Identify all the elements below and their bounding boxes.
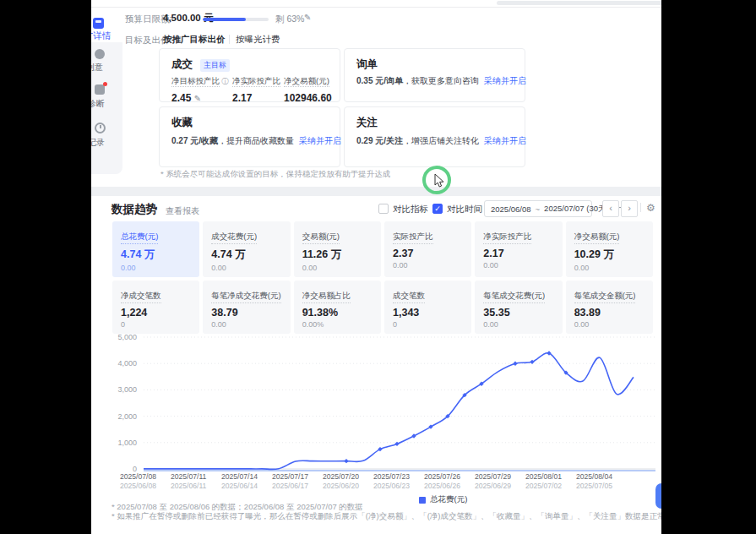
metric-label: 净实际投产比 xyxy=(483,232,531,244)
goal-stat: 净交易额(元) 102946.60 xyxy=(284,72,332,104)
metric-card[interactable]: 净交易额占比91.38%0.00% xyxy=(294,281,381,334)
metric-card[interactable]: 每笔成交金额(元)83.890.00 xyxy=(566,281,653,334)
goal-card-follow[interactable]: 关注 0.29 元/关注，增强店铺关注转化采纳并开启 xyxy=(344,106,525,167)
compare-time-checkbox[interactable]: ✓ xyxy=(432,204,443,214)
legend-swatch xyxy=(419,497,426,504)
date-range-picker[interactable]: 2025/06/08 ~ 2025/07/07 (30天) xyxy=(484,200,592,217)
budget-progress-fill xyxy=(203,18,246,21)
stat-value: 102946.60 xyxy=(284,92,332,104)
trend-chart[interactable]: 01,0002,0003,0004,0005,0002025/07/082025… xyxy=(117,328,661,497)
x-axis-tick-current: 2025/08/01 xyxy=(525,472,562,481)
metric-card[interactable]: 净交易额(元)10.29 万0.00 xyxy=(566,221,653,277)
data-point-marker xyxy=(530,360,534,364)
edit-budget-icon[interactable]: ✎ xyxy=(304,13,311,22)
compare-metric-label[interactable]: 对比指标 xyxy=(393,204,428,215)
metric-label: 每笔成交花费(元) xyxy=(483,291,545,303)
chart-legend: 总花费(元) xyxy=(419,494,467,505)
cursor-icon xyxy=(434,173,445,188)
goal-card-deal[interactable]: 成交 主目标 净目标投产比 ⓘ 2.45 ✎ 净实际投产比 2.17 净交易额(… xyxy=(159,48,340,102)
adopt-enable-link[interactable]: 采纳并开启 xyxy=(299,136,341,145)
goal-card-title: 收藏 xyxy=(171,116,193,130)
metric-value: 91.38% xyxy=(302,307,373,319)
prev-period-button[interactable]: ‹ xyxy=(602,200,619,217)
goal-footnote: * 系统会尽可能达成你设置的目标，保持稳定投放有助于提升达成 xyxy=(160,169,390,180)
metric-label: 净交易额占比 xyxy=(302,291,351,303)
x-axis-tick-current: 2025/07/14 xyxy=(221,472,258,481)
metric-value: 1,343 xyxy=(393,307,463,319)
metric-card[interactable]: 总花费(元)4.74 万0.00 xyxy=(112,221,199,277)
budget-progress-bar xyxy=(203,18,269,21)
metric-card[interactable]: 每笔净成交花费(元)38.790.00 xyxy=(203,281,290,334)
compare-metric-checkbox[interactable] xyxy=(378,204,389,214)
metric-value: 35.35 xyxy=(483,307,553,319)
sidebar-item-creative[interactable]: 创意 xyxy=(91,62,103,74)
history-icon[interactable] xyxy=(95,123,106,134)
metric-card[interactable]: 成交笔数1,3430 xyxy=(384,281,471,334)
main-goal-badge: 主目标 xyxy=(200,59,230,72)
adopt-enable-link[interactable]: 采纳并开启 xyxy=(484,76,526,85)
goal-price: 0.29 元/关注 xyxy=(356,136,403,145)
y-axis-tick: 5,000 xyxy=(117,333,137,341)
y-axis-tick: 1,000 xyxy=(117,439,137,447)
compare-time-label[interactable]: 对比时间 xyxy=(447,204,482,215)
sidebar-item-detail[interactable]: 广详情 xyxy=(91,30,123,42)
stat-label: 净交易额(元) xyxy=(284,76,329,87)
metric-card-grid: 总花费(元)4.74 万0.00成交花费(元)4.74 万0.00交易额(元)1… xyxy=(112,221,653,334)
y-axis-tick: 2,000 xyxy=(117,412,137,421)
x-axis-tick-compare: 2025/06/17 xyxy=(272,482,308,490)
metric-value: 4.74 万 xyxy=(211,248,281,262)
goal-desc: ，增强店铺关注转化 xyxy=(403,136,479,145)
stat-label: 净实际投产比 xyxy=(232,76,280,87)
date-separator: ~ xyxy=(536,204,541,214)
metric-compare-value: 0.00 xyxy=(211,264,281,272)
gear-icon[interactable]: ⚙ xyxy=(646,202,655,214)
data-point-marker xyxy=(513,362,517,366)
metric-label: 每笔成交金额(元) xyxy=(574,291,636,303)
y-axis-tick: 3,000 xyxy=(117,385,137,394)
campaign-detail-icon[interactable] xyxy=(93,18,104,29)
metric-value: 1,224 xyxy=(121,307,191,319)
sidebar-item-history[interactable]: 放记录 xyxy=(91,137,105,149)
bid-option-impression[interactable]: 按曝光计费 xyxy=(236,34,280,46)
x-axis-tick-compare: 2025/07/02 xyxy=(525,482,562,490)
metric-card[interactable]: 实际投产比2.370.00 xyxy=(384,221,471,277)
goal-card-title: 关注 xyxy=(356,116,378,130)
x-axis-tick-current: 2025/07/11 xyxy=(171,472,207,481)
goal-card-favorite[interactable]: 收藏 0.27 元/收藏，提升商品收藏数量采纳并开启 xyxy=(159,106,340,167)
controls-divider xyxy=(640,203,641,212)
data-point-marker xyxy=(411,433,416,438)
edit-roi-icon[interactable]: ✎ xyxy=(194,94,201,103)
diagnosis-icon[interactable] xyxy=(95,84,105,95)
floating-action-tab[interactable] xyxy=(655,483,661,509)
legend-label: 总花费(元) xyxy=(430,494,467,505)
section-separator xyxy=(91,187,661,196)
sidebar-item-diagnosis[interactable]: 广诊断 xyxy=(91,98,105,110)
metric-value: 83.89 xyxy=(574,307,645,319)
next-period-button[interactable]: › xyxy=(621,200,638,217)
adopt-enable-link[interactable]: 采纳并开启 xyxy=(484,136,526,145)
metric-card[interactable]: 交易额(元)11.26 万0.00 xyxy=(294,221,381,277)
metric-label: 成交花费(元) xyxy=(211,232,257,244)
metric-card[interactable]: 每笔成交花费(元)35.350.00 xyxy=(475,281,562,334)
stat-label: 净目标投产比 xyxy=(171,76,220,87)
x-axis-tick-compare: 2025/06/14 xyxy=(221,482,258,490)
metric-card[interactable]: 净实际投产比2.170.00 xyxy=(475,221,562,277)
bid-option-goal[interactable]: 按推广目标出价 xyxy=(163,34,226,46)
x-axis-tick-compare: 2025/06/23 xyxy=(373,482,410,490)
goal-card-inquiry[interactable]: 询单 0.35 元/询单，获取更多意向咨询采纳并开启 xyxy=(344,48,525,102)
metric-compare-value: 0.00 xyxy=(574,264,645,272)
metric-label: 净交易额(元) xyxy=(574,232,620,244)
metric-card[interactable]: 净成交笔数1,2240 xyxy=(112,281,199,334)
goal-card-title: 询单 xyxy=(356,57,378,72)
stat-value: 2.45 xyxy=(171,92,191,104)
metric-card[interactable]: 成交花费(元)4.74 万0.00 xyxy=(203,221,290,277)
info-icon[interactable]: ⓘ xyxy=(220,77,229,85)
metric-label: 每笔净成交花费(元) xyxy=(211,291,280,303)
goal-desc: ，获取更多意向咨询 xyxy=(403,76,479,85)
creative-icon[interactable] xyxy=(95,49,105,59)
view-report-link[interactable]: 查看报表 xyxy=(166,205,199,217)
trend-title: 数据趋势 xyxy=(111,202,157,217)
top-toolbar-placeholder xyxy=(497,1,661,5)
date-end: 2025/07/07 (30天) xyxy=(544,204,609,215)
goal-stat: 净目标投产比 ⓘ 2.45 ✎ xyxy=(171,72,229,104)
